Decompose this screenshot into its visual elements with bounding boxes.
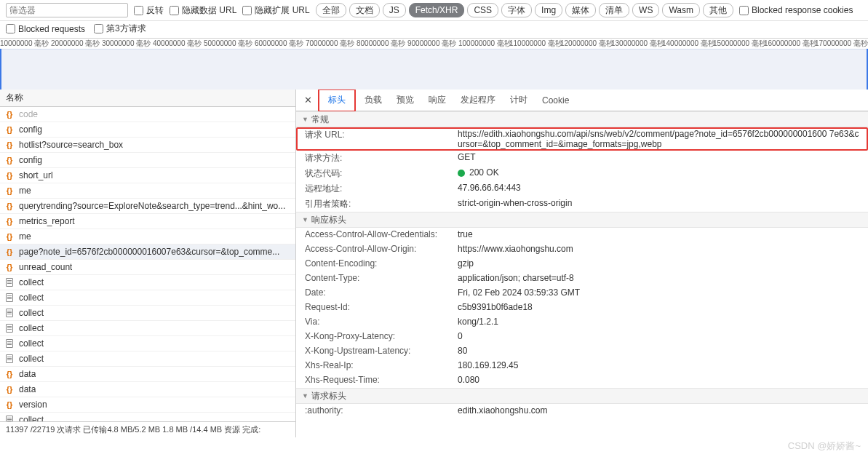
kv-row: Content-Type:application/json; charset=u…: [296, 271, 868, 286]
kv-key: Date:: [305, 287, 458, 298]
hide-data-urls-checkbox[interactable]: 隐藏数据 URL: [170, 4, 236, 17]
type-pill-其他[interactable]: 其他: [703, 3, 733, 17]
request-row[interactable]: {}me: [0, 183, 295, 199]
section-header[interactable]: ▼常规: [296, 111, 868, 127]
timeline-tick: 110000000 毫秒: [509, 39, 562, 49]
tab-timing[interactable]: 计时: [503, 90, 535, 111]
kv-row: X-Kong-Proxy-Latency:0: [296, 330, 868, 344]
request-row[interactable]: {}data: [0, 367, 295, 382]
kv-row: Request-Id:c5b9391b0f6ade18: [296, 301, 868, 315]
timeline-tick: 100000000 毫秒: [458, 39, 511, 49]
kv-value: 80: [458, 346, 859, 356]
blocked-requests-checkbox[interactable]: Blocked requests: [6, 24, 85, 34]
status-dot-icon: [458, 170, 465, 177]
document-icon: [4, 293, 15, 303]
timeline-tick: 10000000 毫秒: [0, 39, 49, 49]
request-name: config: [19, 124, 42, 135]
request-name: querytrending?source=ExploreNote&search_…: [19, 201, 285, 211]
type-pill-文档[interactable]: 文档: [349, 3, 380, 17]
request-list[interactable]: {}code{}config{}hotlist?source=search_bo…: [0, 107, 295, 421]
braces-icon: {}: [4, 262, 15, 272]
timeline-tick: 90000000 毫秒: [407, 39, 456, 49]
kv-row: Content-Encoding:gzip: [296, 257, 868, 271]
request-name: collect: [19, 293, 44, 303]
timeline-tick: 50000000 毫秒: [204, 39, 252, 49]
type-pill-媒体[interactable]: 媒体: [565, 3, 596, 17]
hide-ext-urls-checkbox[interactable]: 隐藏扩展 URL: [242, 4, 309, 17]
request-row[interactable]: {}config: [0, 153, 295, 168]
request-name: config: [19, 155, 42, 165]
section-header[interactable]: ▼响应标头: [296, 212, 868, 228]
request-row[interactable]: {}unread_count: [0, 260, 295, 275]
kv-key: Access-Control-Allow-Credentials:: [305, 229, 458, 239]
kv-key: 状态代码:: [305, 167, 458, 180]
kv-key: Access-Control-Allow-Origin:: [305, 244, 458, 254]
request-row[interactable]: {}querytrending?source=ExploreNote&searc…: [0, 199, 295, 214]
type-pill-JS[interactable]: JS: [383, 3, 406, 17]
name-column-header[interactable]: 名称: [0, 90, 295, 107]
request-row[interactable]: {}version: [0, 397, 295, 413]
tab-preview[interactable]: 预览: [389, 90, 421, 111]
request-row[interactable]: {}config: [0, 122, 295, 138]
tab-headers[interactable]: 标头: [321, 90, 353, 111]
watermark: CSDN @娇娇酱~: [788, 440, 861, 453]
request-row[interactable]: {}code: [0, 107, 295, 122]
tab-payload[interactable]: 负载: [357, 90, 389, 111]
request-row[interactable]: {}hotlist?source=search_box: [0, 138, 295, 153]
type-pill-Fetch/XHR[interactable]: Fetch/XHR: [409, 3, 465, 17]
type-pill-CSS[interactable]: CSS: [467, 3, 498, 17]
third-party-label: 第3方请求: [106, 23, 146, 35]
request-row[interactable]: collect: [0, 306, 295, 321]
tab-response[interactable]: 响应: [421, 90, 453, 111]
close-icon[interactable]: ✕: [299, 92, 316, 109]
kv-row: Xhs-Real-Ip:180.169.129.45: [296, 359, 868, 373]
request-row[interactable]: collect: [0, 351, 295, 367]
waterfall-timeline[interactable]: 10000000 毫秒20000000 毫秒30000000 毫秒4000000…: [0, 39, 868, 90]
timeline-ruler: 10000000 毫秒20000000 毫秒30000000 毫秒4000000…: [0, 39, 868, 49]
request-row[interactable]: collect: [0, 336, 295, 351]
request-row[interactable]: {}short_url: [0, 168, 295, 183]
timeline-tick: 140000000 毫秒: [662, 39, 715, 49]
braces-icon: {}: [4, 109, 15, 119]
blocked-cookies-checkbox[interactable]: Blocked response cookies: [739, 5, 853, 15]
request-row[interactable]: collect: [0, 413, 295, 421]
kv-key: Content-Type:: [305, 273, 458, 283]
third-party-checkbox[interactable]: 第3方请求: [94, 23, 146, 35]
detail-panel: ✕ 标头 负载 预览 响应 发起程序 计时 Cookie ▼常规请求 URL:h…: [296, 90, 868, 437]
request-list-panel: 名称 {}code{}config{}hotlist?source=search…: [0, 90, 296, 437]
document-icon: [4, 277, 15, 287]
tab-cookies[interactable]: Cookie: [535, 90, 576, 111]
type-pill-全部[interactable]: 全部: [316, 3, 346, 17]
type-pill-Img[interactable]: Img: [535, 3, 562, 17]
document-icon: [4, 354, 15, 364]
request-row[interactable]: collect: [0, 321, 295, 336]
type-pill-Wasm[interactable]: Wasm: [662, 3, 700, 17]
kv-key: Content-Encoding:: [305, 258, 458, 269]
request-row[interactable]: collect: [0, 275, 295, 290]
type-pill-字体[interactable]: 字体: [501, 3, 532, 17]
section-header[interactable]: ▼请求标头: [296, 388, 868, 404]
kv-value: 0: [458, 331, 859, 341]
timeline-tick: 130000000 毫秒: [611, 39, 664, 49]
kv-key: :authority:: [305, 405, 458, 416]
timeline-tick: 70000000 毫秒: [306, 39, 354, 49]
detail-body[interactable]: ▼常规请求 URL:https://edith.xiaohongshu.com/…: [296, 111, 868, 437]
request-row[interactable]: collect: [0, 290, 295, 306]
timeline-tick: 30000000 毫秒: [102, 39, 151, 49]
request-row[interactable]: {}data: [0, 382, 295, 397]
request-row[interactable]: {}me: [0, 229, 295, 245]
invert-checkbox[interactable]: 反转: [134, 4, 164, 17]
tab-initiator[interactable]: 发起程序: [453, 90, 503, 111]
type-pill-清单[interactable]: 清单: [599, 3, 629, 17]
request-name: page?note_id=6576f2cb000000016007e63&cur…: [19, 247, 279, 257]
timeline-tick: 150000000 毫秒: [713, 39, 766, 49]
kv-value: Fri, 02 Feb 2024 03:59:33 GMT: [458, 287, 859, 298]
type-pill-WS[interactable]: WS: [632, 3, 659, 17]
kv-row: 远程地址:47.96.66.64:443: [296, 181, 868, 196]
kv-value: 180.169.129.45: [458, 360, 859, 370]
request-row[interactable]: {}page?note_id=6576f2cb000000016007e63&c…: [0, 245, 295, 260]
request-row[interactable]: {}metrics_report: [0, 214, 295, 229]
kv-value: true: [458, 229, 859, 239]
filter-input[interactable]: [6, 3, 128, 17]
request-name: me: [19, 186, 31, 196]
